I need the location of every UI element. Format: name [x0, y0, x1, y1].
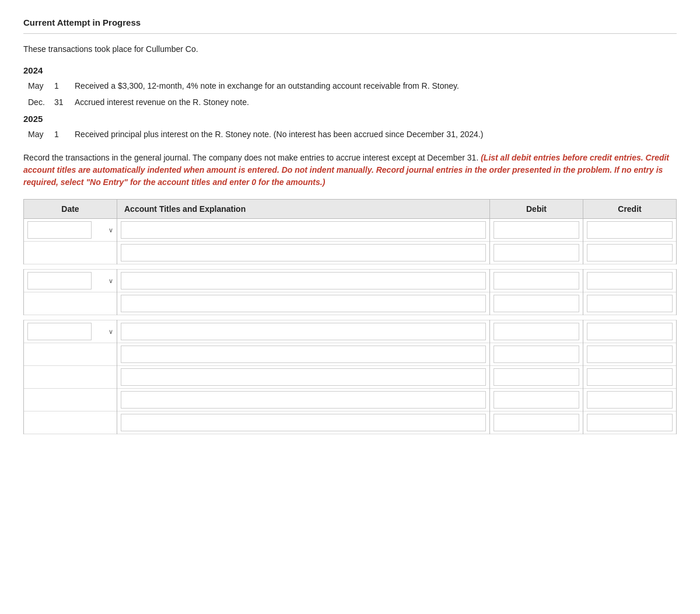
date-cell-wrapper: ∨ [27, 221, 113, 239]
month-may1-2025: May [28, 130, 54, 139]
desc-may1: Received a $3,300, 12-month, 4% note in … [75, 81, 677, 90]
credit-input[interactable] [587, 272, 673, 289]
account-title-input[interactable] [121, 346, 486, 363]
account-title-input[interactable] [121, 295, 486, 312]
credit-input[interactable] [587, 323, 673, 340]
transaction-dec31: Dec. 31 Accrued interest revenue on the … [23, 97, 677, 107]
table-row [24, 389, 677, 411]
date-input[interactable] [27, 272, 92, 289]
account-title-input[interactable] [121, 221, 486, 239]
transaction-may1-2025: May 1 Received principal plus interest o… [23, 130, 677, 139]
credit-input[interactable] [587, 346, 673, 363]
table-row: ∨ [24, 219, 677, 242]
group-spacer [24, 264, 677, 270]
debit-input[interactable] [494, 323, 579, 340]
date-cell-wrapper: ∨ [27, 272, 113, 289]
page-container: Current Attempt in Progress These transa… [0, 0, 700, 614]
col-debit: Debit [490, 200, 583, 219]
col-credit: Credit [583, 200, 677, 219]
table-row: ∨ [24, 320, 677, 343]
account-title-input[interactable] [121, 272, 486, 289]
year-section-2025: 2025 May 1 Received principal plus inter… [23, 114, 677, 139]
credit-input[interactable] [587, 368, 673, 386]
year-heading-2024: 2024 [23, 65, 677, 75]
instructions-normal: Record the transactions in the general j… [23, 153, 481, 162]
credit-input[interactable] [587, 221, 673, 239]
transaction-may1: May 1 Received a $3,300, 12-month, 4% no… [23, 81, 677, 90]
debit-input[interactable] [494, 295, 579, 312]
chevron-down-icon[interactable]: ∨ [108, 328, 113, 336]
day-may1-2025: 1 [54, 130, 75, 139]
date-input[interactable] [27, 323, 92, 340]
table-row [24, 411, 677, 434]
account-title-input[interactable] [121, 244, 486, 261]
intro-text: These transactions took place for Cullum… [23, 44, 677, 54]
debit-input[interactable] [494, 244, 579, 261]
debit-input[interactable] [494, 346, 579, 363]
year-heading-2025: 2025 [23, 114, 677, 124]
instructions-block: Record the transactions in the general j… [23, 152, 677, 189]
chevron-down-icon[interactable]: ∨ [108, 277, 113, 285]
day-may1: 1 [54, 81, 75, 90]
credit-input[interactable] [587, 295, 673, 312]
table-row [24, 343, 677, 366]
debit-input[interactable] [494, 272, 579, 289]
month-may1: May [28, 81, 54, 90]
table-row: ∨ [24, 270, 677, 292]
table-row [24, 366, 677, 389]
year-section-2024: 2024 May 1 Received a $3,300, 12-month, … [23, 65, 677, 107]
credit-input[interactable] [587, 414, 673, 431]
group-spacer [24, 315, 677, 320]
chevron-down-icon[interactable]: ∨ [108, 226, 113, 234]
month-dec31: Dec. [28, 97, 54, 107]
day-dec31: 31 [54, 97, 75, 107]
debit-input[interactable] [494, 391, 579, 409]
journal-table: Date Account Titles and Explanation Debi… [23, 199, 677, 434]
table-header-row: Date Account Titles and Explanation Debi… [24, 200, 677, 219]
col-date: Date [24, 200, 117, 219]
page-title: Current Attempt in Progress [23, 18, 677, 34]
desc-dec31: Accrued interest revenue on the R. Stone… [75, 97, 677, 107]
credit-input[interactable] [587, 391, 673, 409]
col-account: Account Titles and Explanation [117, 200, 490, 219]
table-row [24, 242, 677, 264]
desc-may1-2025: Received principal plus interest on the … [75, 130, 677, 139]
debit-input[interactable] [494, 368, 579, 386]
date-cell-wrapper: ∨ [27, 323, 113, 340]
debit-input[interactable] [494, 221, 579, 239]
account-title-input[interactable] [121, 391, 486, 409]
debit-input[interactable] [494, 414, 579, 431]
account-title-input[interactable] [121, 368, 486, 386]
credit-input[interactable] [587, 244, 673, 261]
account-title-input[interactable] [121, 323, 486, 340]
account-title-input[interactable] [121, 414, 486, 431]
date-input[interactable] [27, 221, 92, 239]
table-row [24, 292, 677, 315]
